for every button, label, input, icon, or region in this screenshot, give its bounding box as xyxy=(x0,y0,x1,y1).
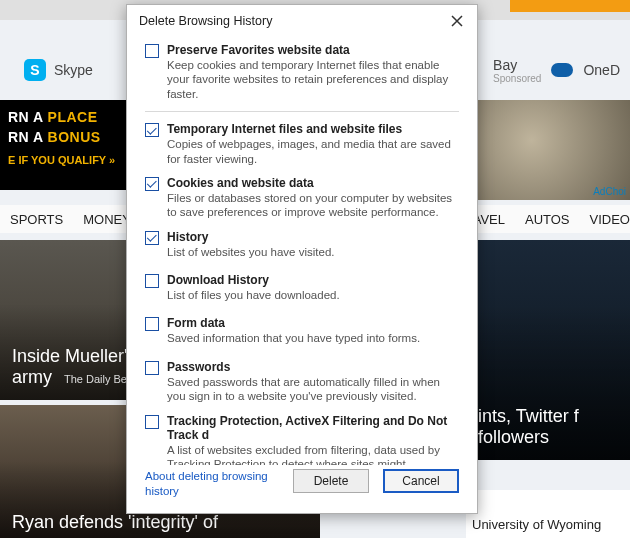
checkbox-form-data[interactable] xyxy=(145,317,159,331)
checkbox-passwords[interactable] xyxy=(145,361,159,375)
brand-bay[interactable]: Bay Sponsored xyxy=(493,57,541,84)
delete-history-dialog: Delete Browsing History Preserve Favorit… xyxy=(126,4,478,514)
onedrive-label[interactable]: OneD xyxy=(583,62,620,78)
checkbox-download-history[interactable] xyxy=(145,274,159,288)
option-temp-files: Temporary Internet files and website fil… xyxy=(145,122,459,166)
option-download-history: Download History List of files you have … xyxy=(145,273,459,302)
checkbox-history[interactable] xyxy=(145,231,159,245)
checkbox-cookies[interactable] xyxy=(145,177,159,191)
checkbox-temp-files[interactable] xyxy=(145,123,159,137)
onedrive-icon xyxy=(551,63,573,77)
nav-sports[interactable]: SPORTS xyxy=(10,212,63,227)
divider xyxy=(145,111,459,112)
skype-icon: S xyxy=(24,59,46,81)
checkbox-tracking-protection[interactable] xyxy=(145,415,159,429)
option-cookies: Cookies and website data Files or databa… xyxy=(145,176,459,220)
tile4-title: University of Wyoming xyxy=(472,517,624,532)
opt-title: Preserve Favorites website data xyxy=(167,43,459,57)
adchoices-label[interactable]: AdChoi xyxy=(593,186,626,197)
opt-desc: Keep cookies and temporary Internet file… xyxy=(167,58,459,101)
nav-autos[interactable]: AUTOS xyxy=(525,212,570,227)
promo-image xyxy=(466,100,630,200)
tile3-title: ints, Twitter f followers xyxy=(478,406,618,448)
dialog-body: Preserve Favorites website data Keep coo… xyxy=(127,31,477,465)
option-history: History List of websites you have visite… xyxy=(145,230,459,259)
ad-orange-block xyxy=(510,0,630,12)
sponsored-label: Sponsored xyxy=(493,73,541,84)
cancel-button[interactable]: Cancel xyxy=(383,469,459,493)
checkbox-preserve-favorites[interactable] xyxy=(145,44,159,58)
dialog-titlebar: Delete Browsing History xyxy=(127,5,477,31)
tile2-title: Ryan defends 'integrity' of xyxy=(12,512,308,533)
news-tile-4[interactable]: University of Wyoming xyxy=(466,490,630,538)
delete-button[interactable]: Delete xyxy=(293,469,369,493)
option-form-data: Form data Saved information that you hav… xyxy=(145,316,459,345)
close-icon xyxy=(451,15,463,27)
option-tracking-protection: Tracking Protection, ActiveX Filtering a… xyxy=(145,414,459,466)
brand-skype[interactable]: S Skype xyxy=(24,59,93,81)
option-preserve-favorites: Preserve Favorites website data Keep coo… xyxy=(145,43,459,101)
close-button[interactable] xyxy=(447,11,467,31)
dialog-title: Delete Browsing History xyxy=(139,14,272,28)
help-link[interactable]: About deleting browsing history xyxy=(145,469,279,499)
dialog-footer: About deleting browsing history Delete C… xyxy=(127,465,477,513)
skype-label: Skype xyxy=(54,62,93,78)
nav-video[interactable]: VIDEO xyxy=(590,212,630,227)
news-tile-3[interactable]: ints, Twitter f followers xyxy=(466,240,630,460)
promo-cta[interactable]: E IF YOU QUALIFY » xyxy=(8,153,115,168)
nav-money[interactable]: MONEY xyxy=(83,212,131,227)
brand-right: Bay Sponsored OneD xyxy=(493,57,630,84)
tile1-sub1: army xyxy=(12,367,52,388)
option-passwords: Passwords Saved passwords that are autom… xyxy=(145,360,459,404)
